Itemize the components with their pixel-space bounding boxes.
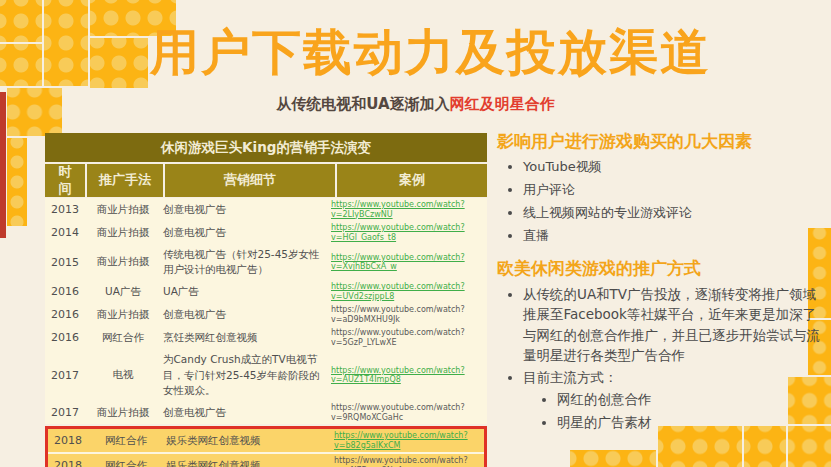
bullet-item: 用户评论 xyxy=(523,181,821,199)
cell-method: 商业片拍摄 xyxy=(85,226,161,240)
cell-detail: UA广告 xyxy=(161,282,331,301)
bullet-item: 从传统的UA和TV广告投放，逐渐转变将推广领域推展至Facebook等社媒平台，… xyxy=(523,284,821,365)
cell-case: https://www.youtube.com/watch?v=2LIyBCzw… xyxy=(331,200,487,219)
case-link[interactable]: https://www.youtube.com/watch?v=XvjhBbCx… xyxy=(331,253,465,272)
subtitle-prefix: 从传统电视和UA逐渐加入 xyxy=(276,95,449,113)
cell-year: 2016 xyxy=(45,308,85,321)
table-row: 2013商业片拍摄创意电视广告https://www.youtube.com/w… xyxy=(45,198,487,221)
cell-year: 2015 xyxy=(45,256,85,269)
cell-case: https://www.youtube.com/watch?v=XvjhBbCx… xyxy=(331,253,487,272)
cell-method: 商业片拍摄 xyxy=(85,255,161,269)
table-row: 2016UA广告UA广告https://www.youtube.com/watc… xyxy=(45,280,487,303)
cell-case: https://www.youtube.com/watch?v=9RQMoXCG… xyxy=(331,403,487,422)
cell-detail: 娱乐类网红创意视频 xyxy=(164,431,334,450)
cell-year: 2016 xyxy=(45,331,85,344)
section2-sub-list: 网红的创意合作明星的广告素材 xyxy=(523,389,821,432)
cell-detail: 娱乐类网红创意视频 xyxy=(164,456,334,467)
table-header: 时间 推广手法 营销细节 案例 xyxy=(45,164,487,197)
cell-detail: 传统电视广告（针对25-45岁女性用户设计的电视广告） xyxy=(161,245,331,279)
case-link[interactable]: https://www.youtube.com/watch?v=UVd2szjp… xyxy=(331,282,465,301)
table-row: 2015商业片拍摄传统电视广告（针对25-45岁女性用户设计的电视广告）http… xyxy=(45,244,487,280)
cell-year: 2017 xyxy=(45,406,85,419)
cell-case: https://www.youtube.com/watch?v=aD9bMXHU… xyxy=(331,305,487,324)
bullet-item: YouTube视频 xyxy=(523,158,821,176)
sub-bullet-item: 明星的广告素材 xyxy=(557,412,821,432)
cell-case: https://www.youtube.com/watch?v=UVd2szjp… xyxy=(331,282,487,301)
cell-year: 2014 xyxy=(45,226,85,239)
table-body: 2013商业片拍摄创意电视广告https://www.youtube.com/w… xyxy=(45,198,487,424)
table-title: 休闲游戏巨头King的营销手法演变 xyxy=(45,133,487,162)
table-row: 2018网红合作娱乐类网红创意视频https://www.youtube.com… xyxy=(48,454,484,467)
cell-year: 2016 xyxy=(45,285,85,298)
cell-detail: 创意电视广告 xyxy=(161,223,331,242)
cell-detail: 创意电视广告 xyxy=(161,403,331,422)
cell-case: https://www.youtube.com/watch?v=5GzP_LYL… xyxy=(331,328,487,347)
column-header-method: 推广手法 xyxy=(87,164,163,197)
page-subtitle: 从传统电视和UA逐渐加入网红及明星合作 xyxy=(60,95,771,114)
column-header-case: 案例 xyxy=(337,164,487,197)
page-title: 用户下载动力及投放渠道 xyxy=(60,20,801,86)
case-link[interactable]: https://www.youtube.com/watch?v=aD9bMXHU… xyxy=(331,305,465,324)
cell-case: https://www.youtube.com/watch?v=b82g5alK… xyxy=(334,431,484,450)
bullet-item: 目前主流方式：网红的创意合作明星的广告素材 xyxy=(523,367,821,432)
section1-heading: 影响用户进行游戏购买的几大因素 xyxy=(497,130,821,153)
lego-brick-decoration xyxy=(570,450,656,467)
cell-year: 2013 xyxy=(45,203,85,216)
case-link[interactable]: https://www.youtube.com/watch?v=HGl_Gaof… xyxy=(331,223,465,242)
column-header-detail: 营销细节 xyxy=(165,164,335,197)
section2-bullet-list: 从传统的UA和TV广告投放，逐渐转变将推广领域推展至Facebook等社媒平台，… xyxy=(497,284,821,432)
bullet-item: 直播 xyxy=(523,227,821,245)
section1-bullet-list: YouTube视频用户评论线上视频网站的专业游戏评论直播 xyxy=(497,158,821,245)
cell-detail: 为Candy Crush成立的TV电视节目，专门针对25-45岁年龄阶段的女性观… xyxy=(161,350,331,400)
case-link[interactable]: https://www.youtube.com/watch?v=2LIyBCzw… xyxy=(331,200,465,219)
cell-method: 网红合作 xyxy=(85,331,161,345)
right-panel: 影响用户进行游戏购买的几大因素 YouTube视频用户评论线上视频网站的专业游戏… xyxy=(497,130,821,440)
table-row: 2017电视为Candy Crush成立的TV电视节目，专门针对25-45岁年龄… xyxy=(45,349,487,401)
cell-case: https://www.youtube.com/watch?v=HGl_Gaof… xyxy=(331,223,487,242)
section2-heading: 欧美休闲类游戏的推广方式 xyxy=(497,257,821,280)
subtitle-highlight: 网红及明星合作 xyxy=(450,95,555,113)
red-edge-strip xyxy=(0,92,6,238)
column-header-time: 时间 xyxy=(45,164,85,197)
slide: 用户下载动力及投放渠道 从传统电视和UA逐渐加入网红及明星合作 休闲游戏巨头Ki… xyxy=(0,0,831,467)
table-row: 2018网红合作娱乐类网红创意视频https://www.youtube.com… xyxy=(48,429,484,452)
table-row: 2014商业片拍摄创意电视广告https://www.youtube.com/w… xyxy=(45,221,487,244)
table-row: 2016网红合作烹饪类网红创意视频https://www.youtube.com… xyxy=(45,326,487,349)
cell-method: 电视 xyxy=(85,368,161,382)
cell-year: 2017 xyxy=(45,369,85,382)
cell-method: 网红合作 xyxy=(88,459,164,467)
cell-case: https://www.youtube.com/watch?v=gN7Bayo8… xyxy=(334,456,484,467)
cell-case: https://www.youtube.com/watch?v=AUZ1T4Im… xyxy=(331,366,487,385)
cell-detail: 烹饪类网红创意视频 xyxy=(161,328,331,347)
cell-year: 2018 xyxy=(48,459,88,467)
cell-method: UA广告 xyxy=(85,285,161,299)
cell-method: 网红合作 xyxy=(88,434,164,448)
case-link[interactable]: https://www.youtube.com/watch?v=AUZ1T4Im… xyxy=(331,366,465,385)
cell-detail: 创意电视广告 xyxy=(161,200,331,219)
case-link[interactable]: https://www.youtube.com/watch?v=5GzP_LYL… xyxy=(331,328,465,347)
table-row: 2016商业片拍摄创意电视广告https://www.youtube.com/w… xyxy=(45,303,487,326)
case-link[interactable]: https://www.youtube.com/watch?v=b82g5alK… xyxy=(334,431,468,450)
cell-detail: 创意电视广告 xyxy=(161,305,331,324)
bullet-item: 线上视频网站的专业游戏评论 xyxy=(523,204,821,222)
cell-method: 商业片拍摄 xyxy=(85,203,161,217)
case-link[interactable]: https://www.youtube.com/watch?v=9RQMoXCG… xyxy=(331,403,465,422)
cell-method: 商业片拍摄 xyxy=(85,406,161,420)
section2: 欧美休闲类游戏的推广方式 从传统的UA和TV广告投放，逐渐转变将推广领域推展至F… xyxy=(497,257,821,432)
sub-bullet-item: 网红的创意合作 xyxy=(557,389,821,409)
cell-method: 商业片拍摄 xyxy=(85,308,161,322)
lego-brick-decoration xyxy=(0,44,42,86)
lego-brick-decoration xyxy=(0,0,42,42)
lego-brick-decoration xyxy=(7,138,27,226)
table-row: 2017商业片拍摄创意电视广告https://www.youtube.com/w… xyxy=(45,401,487,424)
marketing-table: 休闲游戏巨头King的营销手法演变 时间 推广手法 营销细节 案例 2013商业… xyxy=(45,133,487,467)
highlighted-rows-group: 2018网红合作娱乐类网红创意视频https://www.youtube.com… xyxy=(45,426,487,467)
case-link[interactable]: https://www.youtube.com/watch?v=gN7Bayo8… xyxy=(334,456,468,467)
cell-year: 2018 xyxy=(48,434,88,447)
lego-brick-decoration xyxy=(7,88,62,136)
